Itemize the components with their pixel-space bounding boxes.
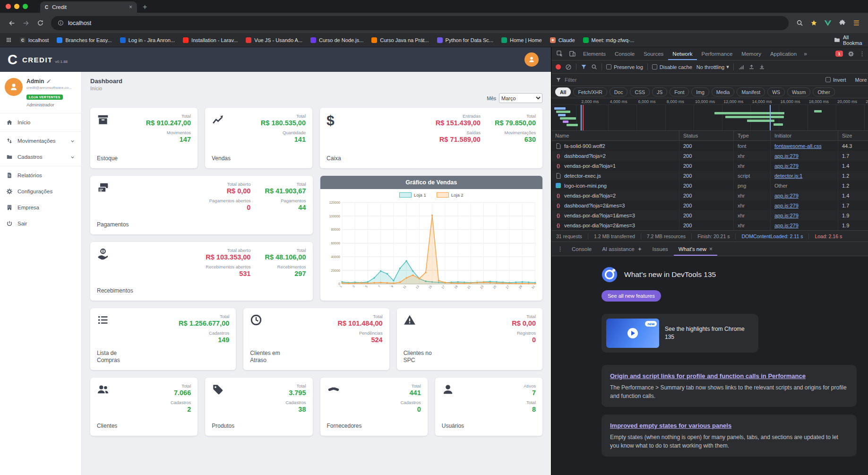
devtools-menu-icon[interactable]: ⋮ xyxy=(859,50,865,57)
initiator-link[interactable]: app.js:279 xyxy=(774,213,799,218)
url-bar[interactable]: localhost xyxy=(51,16,789,30)
see-all-features-button[interactable]: See all new features xyxy=(602,290,661,302)
back-icon[interactable] xyxy=(5,16,19,30)
sidebar-item-empresa[interactable]: Empresa xyxy=(0,199,81,216)
tab-sources[interactable]: Sources xyxy=(639,47,668,60)
drawer-tab-ai-assistance[interactable]: AI assistance xyxy=(597,242,646,256)
bookmark-item[interactable]: Clocalhost xyxy=(20,37,49,43)
initiator-link[interactable]: app.js:279 xyxy=(774,223,799,228)
sidebar-item-cadastros[interactable]: Cadastros xyxy=(0,149,81,165)
bookmark-item[interactable]: ✶Claude xyxy=(550,37,575,43)
section-heading-link[interactable]: Origin and script links for profile and … xyxy=(610,372,806,380)
record-button[interactable] xyxy=(556,64,561,69)
browser-tab-credit[interactable]: C Credit × xyxy=(40,1,137,13)
table-row[interactable]: {}vendas-por-dia?loja=1 200 xhr app.js:2… xyxy=(551,161,868,171)
section-heading-link[interactable]: Improved empty states for various panels xyxy=(610,422,731,429)
highlights-card[interactable]: new See the highlights from Chrome 135 xyxy=(602,314,758,353)
minimize-window-button[interactable] xyxy=(14,4,19,9)
sidebar-item-inicio[interactable]: Início xyxy=(0,114,81,130)
chip-all[interactable]: All xyxy=(555,87,571,96)
legend-item[interactable]: Loja 1 xyxy=(399,192,426,198)
network-conditions-icon[interactable] xyxy=(738,64,744,70)
table-row[interactable]: {}dashboard?loja=2 200 xhr app.js:279 1.… xyxy=(551,151,868,161)
search-icon[interactable] xyxy=(591,64,597,70)
edit-pencil-icon[interactable] xyxy=(46,79,51,84)
table-row[interactable]: {}vendas-por-dia?loja=2 200 xhr app.js:2… xyxy=(551,190,868,200)
close-drawer-tab-icon[interactable]: × xyxy=(709,246,713,252)
throttling-dropdown[interactable]: No throttling▾ xyxy=(696,64,729,70)
clear-icon[interactable] xyxy=(565,64,572,70)
bookmark-item[interactable]: Python for Data Sc... xyxy=(437,37,494,43)
export-har-icon[interactable] xyxy=(759,64,765,70)
filter-input[interactable] xyxy=(565,77,822,83)
chip-manifest[interactable]: Manifest xyxy=(737,87,765,96)
sidebar-item-configuracoes[interactable]: Configurações xyxy=(0,183,81,199)
drawer-tab-whats-new[interactable]: What's new × xyxy=(674,242,717,256)
forward-icon[interactable] xyxy=(19,16,33,30)
tab-network[interactable]: Network xyxy=(668,47,696,60)
device-toolbar-icon[interactable] xyxy=(566,48,578,60)
settings-gear-icon[interactable] xyxy=(846,48,856,60)
chip-img[interactable]: Img xyxy=(691,87,709,96)
drawer-tab-issues[interactable]: Issues xyxy=(648,242,673,256)
column-header-initiator[interactable]: Initiator xyxy=(770,131,838,140)
chip-font[interactable]: Font xyxy=(670,87,689,96)
new-tab-button[interactable]: + xyxy=(143,3,147,11)
tab-application[interactable]: Application xyxy=(766,47,801,60)
sidebar-item-sair[interactable]: Sair xyxy=(0,216,81,232)
initiator-link[interactable]: app.js:279 xyxy=(774,203,799,208)
table-row[interactable]: logo-icon-mini.png 200 png Other 1.2 xyxy=(551,181,868,190)
column-header-name[interactable]: Name xyxy=(551,131,679,140)
chip-ws[interactable]: WS xyxy=(767,87,785,96)
tab-console[interactable]: Console xyxy=(610,47,639,60)
zoom-window-button[interactable] xyxy=(23,4,28,9)
browser-menu-icon[interactable] xyxy=(849,16,863,30)
invert-checkbox[interactable]: Invert xyxy=(825,77,846,83)
preserve-log-checkbox[interactable]: Preserve log xyxy=(606,64,643,70)
bookmark-star-icon[interactable] xyxy=(807,16,821,30)
chip-js[interactable]: JS xyxy=(652,87,667,96)
disable-cache-checkbox[interactable]: Disable cache xyxy=(652,64,692,70)
site-info-icon[interactable] xyxy=(58,20,64,26)
chip-css[interactable]: CSS xyxy=(630,87,650,96)
initiator-link[interactable]: app.js:279 xyxy=(774,193,799,199)
table-row[interactable]: fa-solid-900.woff2 200 font fontawesome-… xyxy=(551,141,868,151)
table-row[interactable]: {}vendas-por-dia?loja=1&mes=3 200 xhr ap… xyxy=(551,210,868,220)
inspect-element-icon[interactable] xyxy=(553,48,566,60)
more-filters-dropdown[interactable]: More filters xyxy=(855,77,868,83)
bookmark-item[interactable]: Meet: mdg-zfwq-... xyxy=(583,37,635,43)
header-user-avatar[interactable] xyxy=(524,52,539,67)
drawer-menu-icon[interactable]: ⋮ xyxy=(554,245,566,252)
initiator-link[interactable]: app.js:279 xyxy=(774,163,799,169)
import-har-icon[interactable] xyxy=(748,64,755,70)
tab-elements[interactable]: Elements xyxy=(579,47,610,60)
tab-performance[interactable]: Performance xyxy=(697,47,737,60)
play-icon[interactable] xyxy=(627,328,638,338)
bookmark-item[interactable]: Branches for Easy... xyxy=(57,37,112,43)
bookmark-item[interactable]: Curso de Node.js... xyxy=(310,37,363,43)
highlights-video-thumbnail[interactable]: new xyxy=(606,319,659,348)
table-row[interactable]: {}dashboard?loja=2&mes=3 200 xhr app.js:… xyxy=(551,200,868,210)
initiator-link[interactable]: detector.js:1 xyxy=(774,173,802,179)
apps-grid-icon[interactable] xyxy=(6,37,12,43)
chip-fetch-xhr[interactable]: Fetch/XHR xyxy=(573,87,607,96)
vue-devtools-extension-icon[interactable] xyxy=(821,16,835,30)
sidebar-item-movimentacoes[interactable]: Movimentações xyxy=(0,133,81,149)
column-header-size[interactable]: Size xyxy=(838,131,868,140)
tab-memory[interactable]: Memory xyxy=(737,47,765,60)
reload-icon[interactable] xyxy=(33,16,47,30)
column-header-type[interactable]: Type xyxy=(733,131,770,140)
user-avatar[interactable] xyxy=(5,78,23,96)
chip-wasm[interactable]: Wasm xyxy=(787,87,810,96)
chip-media[interactable]: Media xyxy=(712,87,735,96)
timeline-overview[interactable] xyxy=(551,105,868,130)
bookmark-item[interactable]: Home | Home xyxy=(501,37,542,43)
all-bookmarks-folder[interactable]: All Bookmarks xyxy=(834,35,862,46)
filter-funnel-icon[interactable] xyxy=(581,64,587,70)
bookmark-item[interactable]: Vue JS - Usando A... xyxy=(246,37,302,43)
zoom-lens-icon[interactable] xyxy=(792,16,807,30)
close-window-button[interactable] xyxy=(6,4,11,9)
drawer-tab-console[interactable]: Console xyxy=(567,242,596,256)
initiator-link[interactable]: app.js:279 xyxy=(774,153,799,159)
bookmark-item[interactable]: Log in - Jira Anron... xyxy=(120,37,175,43)
